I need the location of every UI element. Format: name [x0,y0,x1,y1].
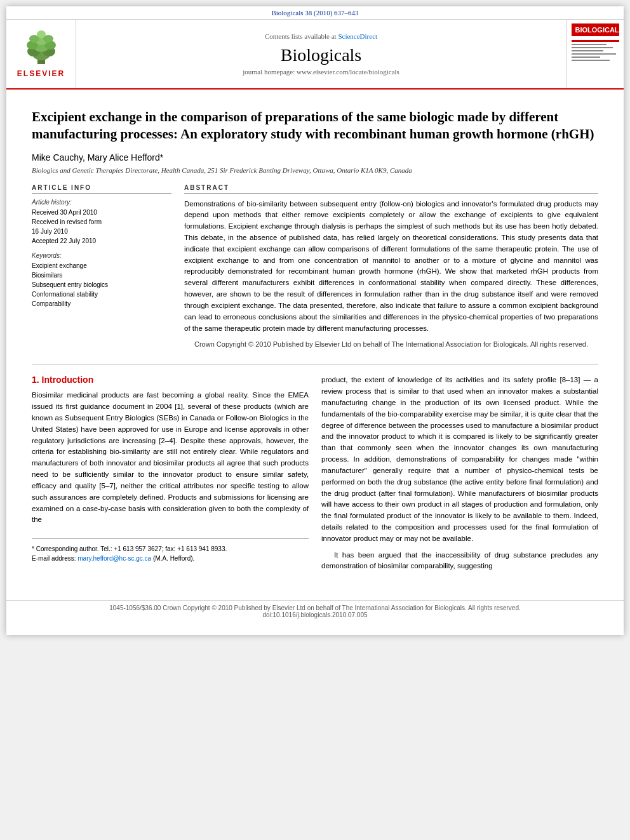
article-history-block: Article history: Received 30 April 2010 … [32,199,171,246]
keyword-2: Biosimilars [32,270,171,280]
biologicals-logo-section: BIOLOGICALS [566,20,624,88]
svg-rect-11 [572,40,619,42]
abstract-text: Demonstrations of bio-similarity between… [184,199,598,350]
footer-issn: 1045-1056/$36.00 Crown Copyright © 2010 … [32,604,598,611]
abstract-paragraph: Demonstrations of bio-similarity between… [184,199,598,335]
svg-rect-16 [572,57,600,58]
intro-right-col: product, the extent of knowledge of its … [321,375,598,577]
abstract-column: ABSTRACT Demonstrations of bio-similarit… [184,184,598,354]
accepted-date: Accepted 22 July 2010 [32,236,171,246]
footnote-email-line: E-mail address: mary.hefford@hc-sc.gc.ca… [32,554,309,563]
page: Biologicals 38 (2010) 637–643 ELSEVIER [6,6,624,635]
svg-rect-14 [572,50,603,51]
svg-rect-13 [572,47,613,48]
svg-rect-15 [572,53,616,55]
abstract-header: ABSTRACT [184,184,598,194]
main-content: Excipient exchange in the comparison of … [6,90,624,590]
keyword-1: Excipient exchange [32,261,171,270]
journal-title: Biologicals [281,45,362,65]
science-direct-line: Contents lists available at ScienceDirec… [265,32,377,40]
introduction-section: 1. Introduction Biosimilar medicinal pro… [32,375,598,577]
received-revised-label: Received in revised form [32,217,171,227]
keywords-label: Keywords: [32,252,171,259]
article-info-abstract-section: ARTICLE INFO Article history: Received 3… [32,184,598,354]
keywords-block: Keywords: Excipient exchange Biosimilars… [32,252,171,309]
intro-text-col1: Biosimilar medicinal products are fast b… [32,390,309,526]
received-date: Received 30 April 2010 [32,208,171,217]
keyword-3: Subsequent entry biologics [32,280,171,290]
elsevier-logo-section: ELSEVIER [6,20,76,88]
article-history-label: Article history: [32,199,171,206]
biologicals-logo-lines-icon [572,37,619,63]
copyright-text: Crown Copyright © 2010 Published by Else… [184,339,598,350]
section-1-title: 1. Introduction [32,375,309,385]
article-info-column: ARTICLE INFO Article history: Received 3… [32,184,171,354]
keyword-5: Comparability [32,299,171,309]
svg-rect-17 [572,60,610,61]
received-revised-date: 16 July 2010 [32,227,171,236]
footnotes: * Corresponding author. Tel.: +1 613 957… [32,538,309,563]
page-footer: 1045-1056/$36.00 Crown Copyright © 2010 … [6,600,624,622]
biologicals-logo-box: BIOLOGICALS [572,23,619,36]
svg-rect-12 [572,44,607,45]
authors: Mike Cauchy, Mary Alice Hefford* [32,152,598,163]
citation-bar: Biologicals 38 (2010) 637–643 [6,6,624,20]
article-info-header: ARTICLE INFO [32,184,171,194]
journal-homepage: journal homepage: www.elsevier.com/locat… [243,68,399,76]
footnote-email-link[interactable]: mary.hefford@hc-sc.gc.ca [77,555,151,562]
section-divider [32,364,598,364]
affiliation: Biologics and Genetic Therapies Director… [32,166,598,174]
intro-left-col: 1. Introduction Biosimilar medicinal pro… [32,375,309,577]
intro-text-col2: product, the extent of knowledge of its … [321,375,598,572]
article-title: Excipient exchange in the comparison of … [32,109,598,143]
journal-center: Contents lists available at ScienceDirec… [76,20,566,88]
footer-doi: doi:10.1016/j.biologicals.2010.07.005 [32,611,598,618]
keyword-4: Conformational stability [32,290,171,299]
svg-point-10 [37,30,46,38]
citation-text: Biologicals 38 (2010) 637–643 [271,9,358,17]
elsevier-tree-icon [18,30,64,67]
sciencedirect-link[interactable]: ScienceDirect [338,32,377,40]
journal-header: ELSEVIER Contents lists available at Sci… [6,20,624,90]
footnote-corresponding: * Corresponding author. Tel.: +1 613 957… [32,544,309,554]
elsevier-brand-text: ELSEVIER [17,69,65,78]
